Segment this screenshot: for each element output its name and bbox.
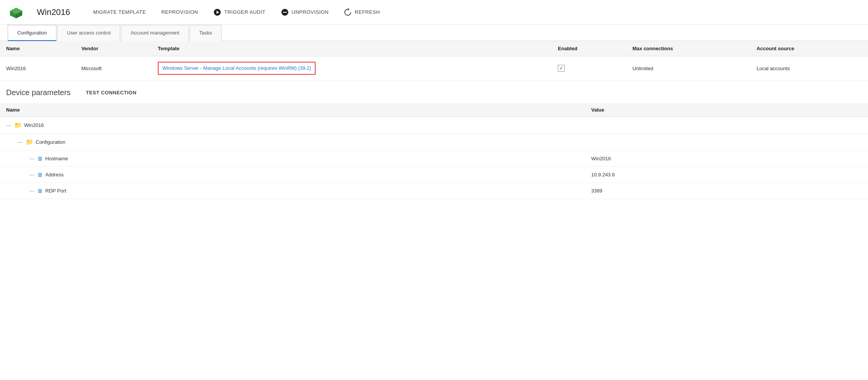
tree-line-icon: — [29, 172, 34, 178]
logo-container [8, 6, 29, 18]
tree-line-icon: — [29, 156, 34, 161]
refresh-icon [344, 8, 352, 16]
config-table-header-row: Name Vendor Template Enabled Max connect… [0, 41, 868, 56]
minus-circle-icon [281, 8, 289, 16]
col-max-connections: Max connections [626, 41, 750, 56]
toolbar-actions: MIGRATE TEMPLATE REPROVISION TRIGGER AUD… [86, 0, 860, 25]
toolbar: Win2016 MIGRATE TEMPLATE REPROVISION TRI… [0, 0, 868, 25]
page-title: Win2016 [37, 7, 70, 17]
param-value [585, 134, 868, 151]
row-max-connections: Unlimited [626, 56, 750, 81]
tab-user-access-control[interactable]: User access control [57, 25, 120, 41]
col-name: Name [0, 41, 75, 56]
param-name-cell: — 🗎 Hostname [0, 151, 585, 167]
tab-account-management[interactable]: Account management [121, 25, 188, 41]
folder-icon: 📁 [14, 122, 22, 129]
tree-line-icon: — [29, 188, 34, 194]
migrate-template-button[interactable]: MIGRATE TEMPLATE [86, 0, 154, 25]
refresh-label: REFRESH [355, 9, 380, 15]
param-name: RDP Port [45, 188, 66, 194]
param-name: Hostname [45, 156, 68, 161]
col-vendor: Vendor [75, 41, 152, 56]
params-table: Name Value — 📁 Win2016 [0, 103, 868, 199]
trigger-audit-label: TRIGGER AUDIT [224, 9, 266, 15]
trigger-audit-button[interactable]: TRIGGER AUDIT [206, 0, 273, 25]
params-table-header-row: Name Value [0, 103, 868, 117]
col-template: Template [152, 41, 552, 56]
param-name-cell: — 📁 Configuration [0, 134, 585, 151]
tabs-container: Configuration User access control Accoun… [0, 25, 868, 41]
param-name: Address [45, 172, 64, 178]
app-logo [8, 6, 25, 18]
table-row: Win2016 Microsoft Windows Server - Manag… [0, 56, 868, 81]
param-value: 10.9.243.6 [585, 167, 868, 183]
tree-line-icon: — [6, 122, 11, 128]
tab-tasks[interactable]: Tasks [190, 25, 222, 41]
migrate-template-label: MIGRATE TEMPLATE [93, 9, 146, 15]
tree-node-hostname: — 🗎 Hostname [6, 155, 579, 162]
svg-rect-8 [283, 12, 287, 13]
template-link[interactable]: Windows Server - Manage Local Accounts (… [162, 65, 311, 71]
tree-node-address: — 🗎 Address [6, 171, 579, 178]
play-circle-icon [213, 8, 221, 16]
col-account-source: Account source [751, 41, 868, 56]
tab-configuration[interactable]: Configuration [8, 25, 56, 41]
param-name: Configuration [36, 139, 65, 145]
reprovision-button[interactable]: REPROVISION [154, 0, 206, 25]
table-row: — 🗎 Hostname Win2016 [0, 151, 868, 167]
row-name: Win2016 [0, 56, 75, 81]
template-cell-highlighted: Windows Server - Manage Local Accounts (… [158, 62, 316, 75]
table-row: — 🗎 RDP Port 3389 [0, 183, 868, 199]
table-row: — 📁 Configuration [0, 134, 868, 151]
tree-node-win2016: — 📁 Win2016 [6, 122, 579, 129]
doc-icon: 🗎 [37, 188, 43, 194]
params-col-value: Value [585, 103, 868, 117]
row-account-source: Local accounts [751, 56, 868, 81]
tree-line-icon: — [18, 139, 23, 145]
content-area: Name Vendor Template Enabled Max connect… [0, 41, 868, 199]
folder-icon: 📁 [26, 138, 33, 146]
param-name-cell: — 📁 Win2016 [0, 117, 585, 134]
param-value: 3389 [585, 183, 868, 199]
param-value: Win2016 [585, 151, 868, 167]
config-table: Name Vendor Template Enabled Max connect… [0, 41, 868, 81]
enabled-checkbox[interactable] [558, 65, 565, 72]
unprovision-button[interactable]: UNPROVISION [273, 0, 337, 25]
col-enabled: Enabled [552, 41, 626, 56]
device-params-header: Device parameters TEST CONNECTION [0, 81, 868, 103]
row-template: Windows Server - Manage Local Accounts (… [152, 56, 552, 81]
param-name: Win2016 [24, 122, 44, 128]
param-value [585, 117, 868, 134]
param-name-cell: — 🗎 RDP Port [0, 183, 585, 199]
tree-node-configuration: — 📁 Configuration [6, 138, 579, 146]
test-connection-button[interactable]: TEST CONNECTION [86, 90, 137, 95]
unprovision-label: UNPROVISION [292, 9, 329, 15]
doc-icon: 🗎 [37, 171, 43, 178]
table-row: — 🗎 Address 10.9.243.6 [0, 167, 868, 183]
param-name-cell: — 🗎 Address [0, 167, 585, 183]
row-enabled [552, 56, 626, 81]
refresh-button[interactable]: REFRESH [336, 0, 388, 25]
device-params-title: Device parameters [6, 88, 71, 97]
doc-icon: 🗎 [37, 155, 43, 162]
row-vendor: Microsoft [75, 56, 152, 81]
tree-node-rdp-port: — 🗎 RDP Port [6, 188, 579, 194]
params-col-name: Name [0, 103, 585, 117]
reprovision-label: REPROVISION [161, 9, 198, 15]
table-row: — 📁 Win2016 [0, 117, 868, 134]
